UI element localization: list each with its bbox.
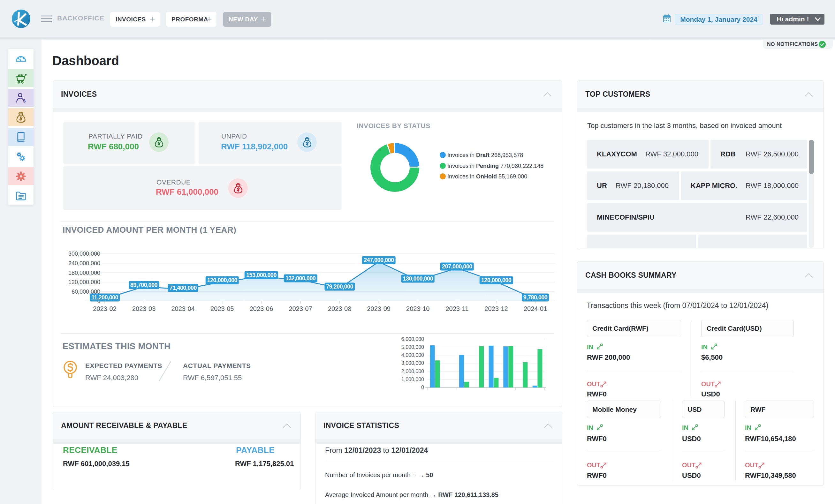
svg-text:5,000,000: 5,000,000 [401, 344, 424, 350]
svg-text:300,000,000: 300,000,000 [68, 251, 100, 257]
svg-text:2023-10: 2023-10 [406, 305, 429, 312]
svg-text:2,000,000: 2,000,000 [401, 369, 424, 374]
svg-text:2024-01: 2024-01 [524, 305, 547, 312]
svg-text:1,000,000: 1,000,000 [401, 377, 424, 382]
svg-text:2023-02: 2023-02 [93, 305, 116, 312]
svg-text:2023-08: 2023-08 [328, 305, 351, 312]
svg-text:0: 0 [421, 385, 424, 390]
svg-text:$: $ [23, 98, 25, 103]
svg-text:240,000,000: 240,000,000 [68, 260, 100, 267]
svg-text:2023-04: 2023-04 [171, 305, 195, 312]
svg-text:2023-05: 2023-05 [210, 305, 234, 312]
svg-text:2023-12: 2023-12 [484, 305, 508, 312]
svg-text:2023-06: 2023-06 [250, 305, 273, 312]
svg-text:2023-11: 2023-11 [445, 305, 468, 312]
svg-text:180,000,000: 180,000,000 [68, 270, 100, 276]
svg-text:120,000,000: 120,000,000 [68, 279, 100, 285]
svg-text:2023-09: 2023-09 [367, 305, 390, 312]
svg-text:6,000,000: 6,000,000 [401, 336, 424, 342]
svg-text:2023-07: 2023-07 [289, 305, 312, 312]
svg-text:2023-03: 2023-03 [132, 305, 156, 312]
svg-text:4,000,000: 4,000,000 [401, 352, 424, 358]
svg-text:3,000,000: 3,000,000 [401, 360, 424, 366]
